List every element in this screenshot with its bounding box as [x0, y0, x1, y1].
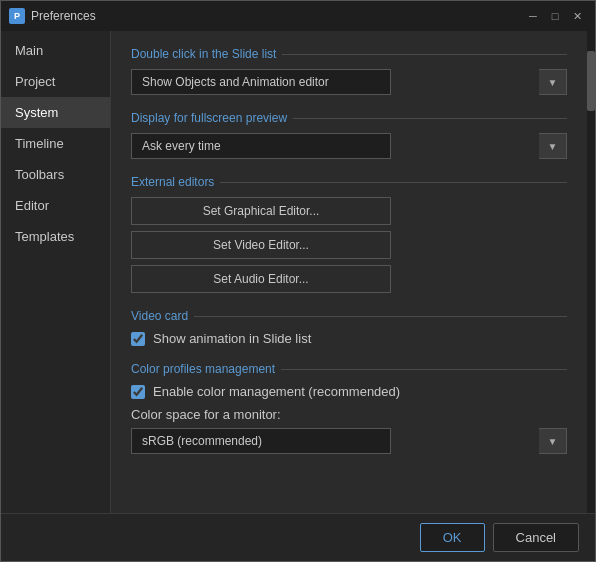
titlebar-title: Preferences [31, 9, 523, 23]
set-video-editor-button[interactable]: Set Video Editor... [131, 231, 391, 259]
titlebar-controls: ─ □ ✕ [523, 6, 587, 26]
color-space-dropdown[interactable]: sRGB (recommended) [131, 428, 391, 454]
main-panel: Double click in the Slide list Show Obje… [111, 31, 587, 513]
video-card-label: Video card [131, 309, 567, 323]
show-animation-row: Show animation in Slide list [131, 331, 567, 346]
fullscreen-section: Display for fullscreen preview Ask every… [131, 111, 567, 159]
double-click-section: Double click in the Slide list Show Obje… [131, 47, 567, 95]
color-space-dropdown-arrow-icon: ▼ [539, 428, 567, 454]
ok-button[interactable]: OK [420, 523, 485, 552]
fullscreen-dropdown-arrow-icon: ▼ [539, 133, 567, 159]
maximize-button[interactable]: □ [545, 6, 565, 26]
sidebar-item-toolbars[interactable]: Toolbars [1, 159, 110, 190]
sidebar-item-templates[interactable]: Templates [1, 221, 110, 252]
color-space-dropdown-wrapper: sRGB (recommended) ▼ [131, 428, 567, 454]
external-editors-section: External editors Set Graphical Editor...… [131, 175, 567, 293]
sidebar-item-system[interactable]: System [1, 97, 110, 128]
double-click-label: Double click in the Slide list [131, 47, 567, 61]
external-editors-label: External editors [131, 175, 567, 189]
sidebar-item-project[interactable]: Project [1, 66, 110, 97]
enable-color-management-row: Enable color management (recommended) [131, 384, 567, 399]
sidebar-item-editor[interactable]: Editor [1, 190, 110, 221]
cancel-button[interactable]: Cancel [493, 523, 579, 552]
color-profiles-section: Color profiles management Enable color m… [131, 362, 567, 454]
scrollbar[interactable] [587, 31, 595, 513]
show-animation-checkbox[interactable] [131, 332, 145, 346]
double-click-dropdown-arrow-icon: ▼ [539, 69, 567, 95]
fullscreen-dropdown-wrapper: Ask every time ▼ [131, 133, 567, 159]
color-profiles-label: Color profiles management [131, 362, 567, 376]
content-area: Main Project System Timeline Toolbars Ed… [1, 31, 595, 513]
color-space-label: Color space for a monitor: [131, 407, 567, 422]
enable-color-management-label: Enable color management (recommended) [153, 384, 400, 399]
preferences-window: P Preferences ─ □ ✕ Main Project System … [0, 0, 596, 562]
sidebar-item-timeline[interactable]: Timeline [1, 128, 110, 159]
app-icon: P [9, 8, 25, 24]
fullscreen-dropdown[interactable]: Ask every time [131, 133, 391, 159]
scrollbar-thumb[interactable] [587, 51, 595, 111]
sidebar: Main Project System Timeline Toolbars Ed… [1, 31, 111, 513]
double-click-dropdown[interactable]: Show Objects and Animation editor [131, 69, 391, 95]
enable-color-management-checkbox[interactable] [131, 385, 145, 399]
minimize-button[interactable]: ─ [523, 6, 543, 26]
titlebar: P Preferences ─ □ ✕ [1, 1, 595, 31]
sidebar-item-main[interactable]: Main [1, 35, 110, 66]
set-graphical-editor-button[interactable]: Set Graphical Editor... [131, 197, 391, 225]
set-audio-editor-button[interactable]: Set Audio Editor... [131, 265, 391, 293]
double-click-dropdown-wrapper: Show Objects and Animation editor ▼ [131, 69, 567, 95]
fullscreen-label: Display for fullscreen preview [131, 111, 567, 125]
video-card-section: Video card Show animation in Slide list [131, 309, 567, 346]
show-animation-label: Show animation in Slide list [153, 331, 311, 346]
footer: OK Cancel [1, 513, 595, 561]
close-button[interactable]: ✕ [567, 6, 587, 26]
